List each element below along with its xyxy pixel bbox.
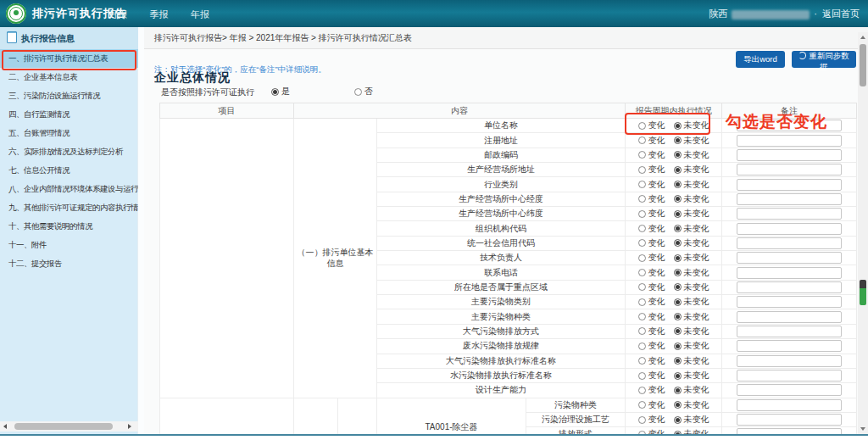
remark-input[interactable]: [737, 193, 842, 205]
radio-unchanged[interactable]: 未变化: [674, 414, 709, 426]
radio-icon: [674, 254, 682, 262]
radio-unchanged[interactable]: 未变化: [674, 311, 709, 323]
radio-unchanged[interactable]: 未变化: [674, 326, 709, 337]
scroll-left-icon[interactable]: [3, 424, 7, 429]
radio-unchanged[interactable]: 未变化: [674, 384, 709, 396]
radio-unchanged[interactable]: 未变化: [674, 355, 709, 367]
radio-changed[interactable]: 变化: [638, 296, 665, 308]
scrollbar-thumb[interactable]: [860, 44, 866, 86]
radio-unchanged[interactable]: 未变化: [674, 120, 709, 131]
radio-changed[interactable]: 变化: [638, 384, 665, 396]
nav-annual-report[interactable]: 年报: [191, 1, 209, 28]
main-vertical-scrollbar[interactable]: [858, 32, 868, 434]
remark-input[interactable]: [737, 179, 842, 191]
remark-input[interactable]: [737, 296, 842, 308]
radio-unchanged[interactable]: 未变化: [674, 428, 709, 434]
radio-changed[interactable]: 变化: [638, 237, 665, 249]
remark-input[interactable]: [737, 414, 842, 426]
remark-input[interactable]: [737, 252, 842, 264]
sidebar-item[interactable]: 四、自行监测情况: [0, 105, 138, 124]
radio-changed[interactable]: 变化: [638, 135, 665, 147]
radio-unchanged[interactable]: 未变化: [674, 252, 709, 264]
sidebar-item[interactable]: 六、实际排放情况及达标判定分析: [0, 142, 138, 161]
sidebar-horizontal-scrollbar[interactable]: [0, 421, 138, 432]
radio-changed[interactable]: 变化: [638, 326, 665, 337]
radio-unchanged[interactable]: 未变化: [674, 179, 709, 191]
scrollbar-thumb[interactable]: [14, 423, 113, 430]
remark-input[interactable]: [737, 135, 842, 147]
sidebar-item[interactable]: 七、信息公开情况: [0, 161, 138, 180]
radio-unchanged[interactable]: 未变化: [674, 164, 709, 175]
radio-option-no[interactable]: 否: [354, 86, 373, 97]
sidebar-item[interactable]: 一、排污许可执行情况汇总表: [0, 49, 138, 68]
sidebar-scrollbar-track[interactable]: [137, 27, 144, 434]
topbar-nav: 月报 季报 年报: [108, 0, 228, 28]
sidebar-item[interactable]: 十二、提交报告: [0, 254, 138, 273]
remark-input[interactable]: [737, 428, 842, 434]
radio-unchanged[interactable]: 未变化: [674, 370, 709, 382]
radio-changed[interactable]: 变化: [638, 340, 665, 352]
radio-changed[interactable]: 变化: [638, 428, 665, 434]
radio-unchanged[interactable]: 未变化: [674, 399, 709, 411]
sidebar-item[interactable]: 八、企业内部情况环境体系建设与运行情况: [0, 180, 138, 198]
radio-unchanged[interactable]: 未变化: [674, 135, 709, 147]
radio-option-yes[interactable]: 是: [271, 86, 290, 97]
remark-input[interactable]: [737, 370, 842, 382]
nav-quarterly-report[interactable]: 季报: [149, 1, 168, 28]
radio-unchanged[interactable]: 未变化: [674, 208, 709, 220]
nav-monthly-report[interactable]: 月报: [108, 1, 127, 28]
radio-changed[interactable]: 变化: [638, 223, 665, 235]
radio-unchanged[interactable]: 未变化: [674, 296, 709, 308]
breadcrumb[interactable]: 排污许可执行报告> 年报 > 2021年年报告 > 排污许可执行情况汇总表: [154, 27, 412, 48]
remark-input[interactable]: [737, 311, 842, 323]
item-label: 所在地是否属于重点区域: [377, 280, 626, 294]
radio-unchanged[interactable]: 未变化: [674, 149, 709, 161]
remark-input[interactable]: [737, 326, 842, 337]
radio-changed[interactable]: 变化: [638, 208, 665, 220]
scroll-up-icon[interactable]: [860, 36, 865, 39]
radio-unchanged[interactable]: 未变化: [674, 223, 709, 235]
radio-changed[interactable]: 变化: [638, 311, 665, 323]
remark-input[interactable]: [737, 281, 842, 293]
remark-input[interactable]: [737, 237, 842, 249]
radio-changed[interactable]: 变化: [638, 179, 665, 191]
remark-input[interactable]: [737, 384, 842, 396]
sidebar-item[interactable]: 五、台账管理情况: [0, 124, 138, 142]
radio-unchanged[interactable]: 未变化: [674, 237, 709, 249]
export-word-button[interactable]: 导出word: [736, 51, 785, 68]
scroll-down-icon[interactable]: [860, 427, 865, 431]
remark-input[interactable]: [737, 399, 842, 411]
remark-input[interactable]: [737, 340, 842, 352]
radio-icon: [674, 195, 682, 203]
radio-unchanged[interactable]: 未变化: [674, 281, 709, 293]
remark-input[interactable]: [737, 149, 842, 161]
radio-changed[interactable]: 变化: [638, 414, 665, 426]
radio-changed[interactable]: 变化: [638, 193, 665, 205]
radio-changed[interactable]: 变化: [638, 252, 665, 264]
remark-input[interactable]: [737, 267, 842, 279]
remark-input[interactable]: [737, 355, 842, 367]
sidebar-item[interactable]: 二、企业基本信息表: [0, 68, 138, 86]
radio-changed[interactable]: 变化: [638, 355, 665, 367]
radio-unchanged[interactable]: 未变化: [674, 340, 709, 352]
radio-changed[interactable]: 变化: [638, 164, 665, 175]
sidebar-item[interactable]: 九、其他排污许可证规定的内容执行情况: [0, 198, 138, 217]
radio-changed[interactable]: 变化: [638, 267, 665, 279]
sidebar-item[interactable]: 三、污染防治设施运行情况: [0, 86, 138, 105]
radio-changed[interactable]: 变化: [638, 281, 665, 293]
resync-data-button[interactable]: 重新同步数据: [792, 51, 856, 68]
remark-input[interactable]: [737, 208, 842, 220]
radio-changed[interactable]: 变化: [638, 399, 665, 411]
remark-input[interactable]: [737, 164, 842, 175]
radio-changed[interactable]: 变化: [638, 149, 665, 161]
home-link[interactable]: 返回首页: [822, 8, 860, 19]
radio-changed[interactable]: 变化: [638, 370, 665, 382]
scroll-right-icon[interactable]: [128, 424, 131, 429]
sidebar-item[interactable]: 十、其他需要说明的情况: [0, 217, 138, 236]
sidebar-item[interactable]: 十一、附件: [0, 236, 138, 254]
radio-unchanged[interactable]: 未变化: [674, 267, 709, 279]
radio-icon: [638, 239, 646, 247]
radio-unchanged[interactable]: 未变化: [674, 193, 709, 205]
remark-input[interactable]: [737, 223, 842, 235]
radio-changed[interactable]: 变化: [638, 120, 665, 131]
